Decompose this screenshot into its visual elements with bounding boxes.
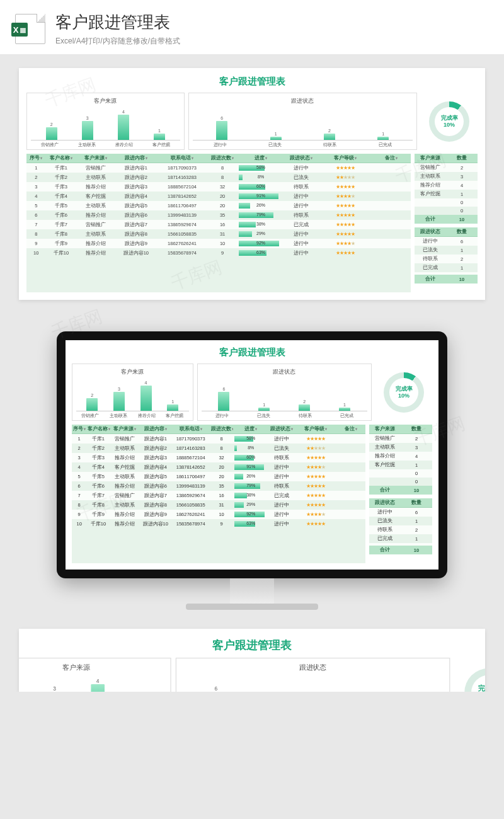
- side-row: 进行中6: [369, 508, 432, 517]
- table-row[interactable]: 7千库7营销推广跟进内容7 1386592967416 38% 已完成★★★★★: [26, 220, 411, 229]
- chart-bar: 4: [115, 110, 132, 140]
- chart-bar: 3: [79, 116, 96, 140]
- excel-icon: X ≣: [15, 14, 45, 44]
- side-row: 主动联系3: [415, 172, 478, 181]
- chart-bar: 4: [87, 678, 108, 692]
- page-title: 客户跟进管理表: [55, 11, 180, 33]
- column-header[interactable]: 客户名称▾: [46, 154, 77, 163]
- monitor-mockup: 千库网 千库网 千库网 客户跟进管理表 客户来源 2341 营销推广主动联系推荐…: [0, 331, 504, 610]
- sheet-title: 客户跟进管理表: [26, 76, 478, 88]
- side-row: 进行中6: [415, 237, 478, 246]
- chart-bar: 6: [213, 116, 231, 140]
- preview-card: 千库网 千库网 千库网 客户跟进管理表 客户来源 2341 营销推广主动联系推荐…: [19, 68, 485, 300]
- column-header[interactable]: 客户等级▾: [319, 154, 372, 163]
- table-row[interactable]: 4千库4客户挖掘跟进内容4 1387814265220 91% 进行中★★★★★: [26, 192, 411, 201]
- table-row[interactable]: 8千库8主动联系跟进内容8 1566105883531 29% 进行中★★★★★: [72, 500, 365, 510]
- chart-bar: 6: [215, 387, 232, 411]
- side-row: 推荐介绍4: [369, 452, 432, 461]
- main-table: 序号▾客户名称▾客户来源▾跟进内容▾联系电话▾跟进次数▾进度▾跟进状态▾客户等级…: [26, 154, 411, 292]
- side-row: 主动联系3: [369, 443, 432, 452]
- table-row[interactable]: 6千库6推荐介绍跟进内容6 1399948313935 79% 待联系★★★★★: [72, 481, 365, 491]
- chart-bar: 3: [110, 387, 128, 411]
- status-chart: 跟进状态 6121 进行中已流失待联系已完成: [188, 93, 417, 150]
- table-row[interactable]: 10千库10推荐介绍跟进内容10 158356789749 63% 进行中★★★…: [72, 519, 365, 529]
- side-row: 0: [415, 198, 478, 207]
- table-row[interactable]: 1千库1营销推广跟进内容1 187170903738 58% 进行中★★★★★: [26, 163, 411, 173]
- column-header[interactable]: 跟进内容▾: [139, 425, 171, 434]
- column-header[interactable]: 序号▾: [72, 425, 86, 434]
- preview-peek: 客户跟进管理表 客户来源 2341 营销推广主动联系推荐介绍客户挖掘 跟进状态 …: [19, 629, 485, 692]
- table-row[interactable]: 2千库2主动联系跟进内容2 187141632838 8% 已流失★★★★★: [72, 444, 365, 453]
- column-header[interactable]: 客户名称▾: [86, 425, 110, 434]
- table-row[interactable]: 7千库7营销推广跟进内容7 1386592967416 38% 已完成★★★★★: [72, 491, 365, 500]
- side-row: 0: [369, 469, 432, 478]
- completion-donut: 完成率10%: [421, 93, 478, 150]
- page-subtitle: Excel/A4打印/内容随意修改/自带格式: [55, 36, 180, 47]
- chart-bar: 2: [83, 393, 101, 411]
- table-row[interactable]: 5千库5主动联系跟进内容5 1861170649720 26% 进行中★★★★★: [72, 472, 365, 481]
- source-chart: 客户来源 2341 营销推广主动联系推荐介绍客户挖掘: [26, 93, 185, 150]
- chart-bar: 1: [267, 132, 285, 140]
- column-header[interactable]: 进度▾: [233, 425, 268, 434]
- chart-bar: 6: [205, 685, 227, 692]
- column-header[interactable]: 进度▾: [238, 154, 284, 163]
- column-header[interactable]: 序号▾: [26, 154, 46, 163]
- chart-bar: 1: [255, 403, 273, 411]
- table-row[interactable]: 10千库10推荐介绍跟进内容10 158356789749 63% 进行中★★★…: [26, 248, 411, 258]
- side-row: 营销推广2: [415, 163, 478, 173]
- side-tables: 客户来源数量营销推广2主动联系3推荐介绍4客户挖掘100合计10 跟进状态数量进…: [415, 154, 478, 292]
- chart-bar: 1: [151, 129, 168, 140]
- side-row: 已流失1: [415, 246, 478, 255]
- side-row: 已完成1: [369, 534, 432, 543]
- page-header: X ≣ 客户跟进管理表 Excel/A4打印/内容随意修改/自带格式: [0, 0, 504, 54]
- column-header[interactable]: 跟进状态▾: [284, 154, 319, 163]
- table-row[interactable]: 9千库9推荐介绍跟进内容9 1862762624110 92% 进行中★★★★★: [72, 510, 365, 519]
- column-header[interactable]: 联系电话▾: [171, 425, 210, 434]
- chart-bar: 4: [137, 381, 155, 411]
- column-header[interactable]: 跟进状态▾: [268, 425, 295, 434]
- column-header[interactable]: 备注▾: [372, 154, 411, 163]
- side-total: 合计10: [415, 215, 478, 224]
- table-row[interactable]: 4千库4客户挖掘跟进内容4 1387814265220 91% 进行中★★★★★: [72, 462, 365, 472]
- side-row: 已流失1: [369, 517, 432, 525]
- side-total: 合计10: [369, 546, 432, 554]
- side-total: 合计10: [369, 486, 432, 495]
- side-row: 营销推广2: [369, 434, 432, 444]
- side-row: 0: [369, 478, 432, 486]
- side-row: 客户挖掘1: [369, 461, 432, 469]
- column-header[interactable]: 客户来源▾: [76, 154, 115, 163]
- excel-badge: X ≣: [11, 23, 28, 37]
- column-header[interactable]: 联系电话▾: [157, 154, 207, 163]
- side-row: 已完成1: [415, 263, 478, 272]
- chart-bar: 3: [44, 685, 66, 692]
- chart-bar: 1: [374, 132, 392, 140]
- table-row[interactable]: 5千库5主动联系跟进内容5 1861170649720 26% 进行中★★★★★: [26, 201, 411, 210]
- table-row[interactable]: 6千库6推荐介绍跟进内容6 1399948313935 79% 待联系★★★★★: [26, 210, 411, 220]
- table-row[interactable]: 9千库9推荐介绍跟进内容9 1862762624110 92% 进行中★★★★★: [26, 239, 411, 248]
- side-row: 推荐介绍4: [415, 181, 478, 190]
- table-row[interactable]: 3千库3推荐介绍跟进内容3 1888567210432 60% 待联系★★★★★: [26, 182, 411, 192]
- side-total: 合计10: [415, 275, 478, 284]
- column-header[interactable]: 客户来源▾: [110, 425, 140, 434]
- column-header[interactable]: 备注▾: [336, 425, 365, 434]
- table-row[interactable]: 1千库1营销推广跟进内容1 187170903738 58% 进行中★★★★★: [72, 434, 365, 444]
- column-header[interactable]: 跟进次数▾: [210, 425, 233, 434]
- table-row[interactable]: 8千库8主动联系跟进内容8 1566105883531 29% 进行中★★★★★: [26, 229, 411, 239]
- table-row[interactable]: 3千库3推荐介绍跟进内容3 1888567210432 60% 待联系★★★★★: [72, 453, 365, 462]
- chart-bar: 2: [321, 129, 338, 140]
- side-row: 待联系2: [415, 255, 478, 263]
- table-row[interactable]: 2千库2主动联系跟进内容2 187141632838 8% 已流失★★★★★: [26, 173, 411, 182]
- side-row: 0: [415, 207, 478, 215]
- chart-bar: 1: [164, 399, 181, 411]
- side-row: 客户挖掘1: [415, 190, 478, 198]
- chart-bar: 2: [295, 399, 313, 411]
- side-row: 待联系2: [369, 525, 432, 534]
- column-header[interactable]: 客户等级▾: [295, 425, 336, 434]
- column-header[interactable]: 跟进内容▾: [115, 154, 157, 163]
- column-header[interactable]: 跟进次数▾: [207, 154, 238, 163]
- chart-bar: 2: [43, 122, 60, 140]
- chart-bar: 1: [336, 403, 353, 411]
